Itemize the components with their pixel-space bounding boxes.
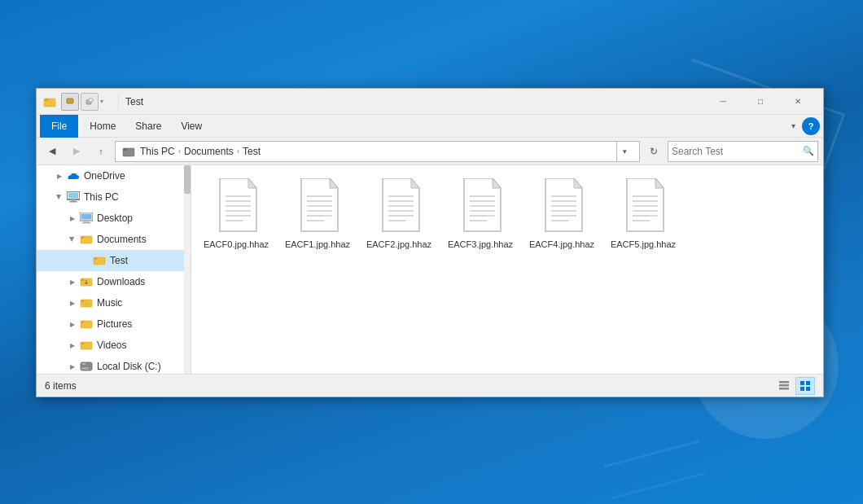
expand-arrow-videos: ▶ bbox=[66, 339, 79, 352]
sidebar: ▶ OneDrive ▶ bbox=[37, 165, 191, 374]
search-input[interactable] bbox=[672, 146, 803, 157]
file-icon-4 bbox=[537, 178, 586, 235]
sidebar-scrollbar-thumb[interactable] bbox=[184, 165, 191, 194]
sidebar-label-this-pc: This PC bbox=[84, 191, 187, 203]
videos-icon bbox=[79, 338, 94, 353]
path-documents[interactable]: Documents bbox=[184, 146, 234, 157]
file-item[interactable]: EACF2.jpg.hhaz bbox=[362, 173, 436, 255]
svg-rect-12 bbox=[81, 214, 92, 220]
sidebar-label-desktop: Desktop bbox=[97, 213, 187, 224]
documents-icon bbox=[79, 232, 94, 247]
file-item[interactable]: EACF3.jpg.hhaz bbox=[444, 173, 517, 255]
tab-home[interactable]: Home bbox=[80, 115, 125, 138]
forward-button[interactable]: ▶ bbox=[66, 141, 87, 162]
svg-rect-14 bbox=[82, 222, 90, 223]
svg-rect-84 bbox=[806, 381, 810, 385]
sidebar-label-test: Test bbox=[110, 255, 187, 266]
sidebar-item-music[interactable]: ▶ ♫ Music bbox=[37, 292, 191, 313]
sidebar-label-videos: Videos bbox=[97, 340, 187, 351]
tab-view[interactable]: View bbox=[171, 115, 212, 138]
sidebar-scrollbar[interactable] bbox=[184, 165, 191, 374]
tab-share[interactable]: Share bbox=[125, 115, 171, 138]
sidebar-item-downloads[interactable]: ▶ Downloads bbox=[37, 271, 191, 292]
details-view-button[interactable] bbox=[774, 377, 794, 395]
file-icon-1 bbox=[293, 178, 342, 235]
file-icon-3 bbox=[456, 178, 505, 235]
sidebar-item-test[interactable]: ▶ Test bbox=[37, 250, 191, 271]
minimize-button[interactable]: ─ bbox=[704, 89, 742, 115]
path-this-pc[interactable]: This PC bbox=[140, 146, 175, 157]
search-icon[interactable]: 🔍 bbox=[803, 146, 814, 156]
maximize-button[interactable]: □ bbox=[742, 89, 779, 115]
sidebar-item-this-pc[interactable]: ▶ This PC bbox=[37, 186, 191, 208]
file-icon-2 bbox=[375, 178, 423, 235]
local-disk-icon bbox=[79, 359, 94, 374]
svg-rect-8 bbox=[68, 193, 78, 199]
sidebar-item-pictures[interactable]: ▶ Pictures bbox=[37, 313, 191, 335]
this-pc-icon bbox=[66, 190, 81, 204]
sidebar-label-onedrive: OneDrive bbox=[84, 170, 187, 182]
window-icon bbox=[43, 95, 56, 108]
file-item[interactable]: EACF5.jpg.hhaz bbox=[607, 173, 680, 255]
desktop-icon bbox=[79, 211, 94, 226]
file-icon-5 bbox=[619, 178, 668, 235]
file-name-0: EACF0.jpg.hhaz bbox=[204, 239, 269, 250]
sidebar-label-music: Music bbox=[97, 297, 187, 309]
tab-file[interactable]: File bbox=[40, 115, 78, 138]
quick-access-toolbar: ▾ bbox=[43, 93, 108, 111]
address-dropdown[interactable]: ▾ bbox=[616, 141, 633, 162]
path-sep-1: › bbox=[178, 147, 181, 156]
svg-rect-13 bbox=[84, 221, 89, 222]
svg-marker-57 bbox=[493, 178, 501, 188]
expand-arrow-documents: ▶ bbox=[66, 233, 79, 246]
path-test[interactable]: Test bbox=[243, 146, 261, 157]
refresh-button[interactable]: ↻ bbox=[643, 141, 664, 162]
svg-rect-10 bbox=[69, 201, 77, 203]
sidebar-label-local-disk: Local Disk (C:) bbox=[97, 361, 187, 372]
expand-arrow-desktop: ▶ bbox=[66, 212, 79, 225]
music-icon: ♫ bbox=[79, 296, 94, 310]
ribbon-expand-button[interactable]: ▾ bbox=[784, 117, 802, 135]
file-item[interactable]: EACF1.jpg.hhaz bbox=[281, 173, 354, 255]
expand-arrow-downloads: ▶ bbox=[66, 275, 79, 288]
address-path[interactable]: This PC › Documents › Test ▾ bbox=[115, 141, 640, 162]
svg-rect-82 bbox=[779, 388, 789, 390]
test-folder-icon bbox=[92, 253, 107, 268]
sidebar-label-downloads: Downloads bbox=[97, 276, 187, 287]
large-icons-view-button[interactable] bbox=[795, 377, 815, 395]
back-button[interactable]: ◀ bbox=[42, 141, 63, 162]
pin-button[interactable] bbox=[61, 93, 79, 111]
svg-rect-80 bbox=[779, 381, 789, 383]
help-button[interactable]: ? bbox=[802, 117, 820, 135]
svg-marker-33 bbox=[248, 178, 256, 188]
files-grid: EACF0.jpg.hhaz bbox=[191, 165, 823, 374]
onedrive-icon bbox=[66, 169, 81, 183]
expand-arrow-local-disk: ▶ bbox=[66, 360, 79, 373]
up-button[interactable]: ↑ bbox=[90, 141, 112, 162]
undo-button[interactable] bbox=[81, 93, 99, 111]
qs-arrow[interactable]: ▾ bbox=[100, 98, 108, 105]
expand-arrow-pictures: ▶ bbox=[66, 318, 79, 331]
explorer-window: ▾ Test ─ □ ✕ File Home Share View ▾ ? ◀ … bbox=[36, 88, 824, 397]
title-bar: ▾ Test ─ □ ✕ bbox=[37, 89, 823, 115]
pictures-icon bbox=[79, 317, 94, 331]
file-area: EACF0.jpg.hhaz bbox=[191, 165, 823, 374]
sidebar-item-onedrive[interactable]: ▶ OneDrive bbox=[37, 165, 191, 186]
file-item[interactable]: EACF4.jpg.hhaz bbox=[525, 173, 598, 255]
svg-point-30 bbox=[89, 368, 90, 370]
file-icon-0 bbox=[212, 178, 261, 235]
sidebar-item-desktop[interactable]: ▶ Desktop bbox=[37, 208, 191, 229]
sidebar-label-pictures: Pictures bbox=[97, 318, 187, 330]
file-name-3: EACF3.jpg.hhaz bbox=[448, 239, 513, 250]
svg-rect-9 bbox=[71, 199, 76, 201]
file-name-5: EACF5.jpg.hhaz bbox=[611, 239, 676, 250]
sidebar-item-documents[interactable]: ▶ Documents bbox=[37, 229, 191, 250]
sidebar-item-videos[interactable]: ▶ Videos bbox=[37, 335, 191, 356]
path-sep-2: › bbox=[237, 147, 239, 156]
sidebar-item-local-disk[interactable]: ▶ Local Disk (C:) bbox=[37, 356, 191, 374]
svg-rect-2 bbox=[67, 99, 73, 103]
svg-marker-49 bbox=[411, 178, 419, 188]
close-button[interactable]: ✕ bbox=[779, 89, 817, 115]
file-item[interactable]: EACF0.jpg.hhaz bbox=[199, 173, 273, 255]
search-box[interactable]: 🔍 bbox=[668, 141, 818, 162]
